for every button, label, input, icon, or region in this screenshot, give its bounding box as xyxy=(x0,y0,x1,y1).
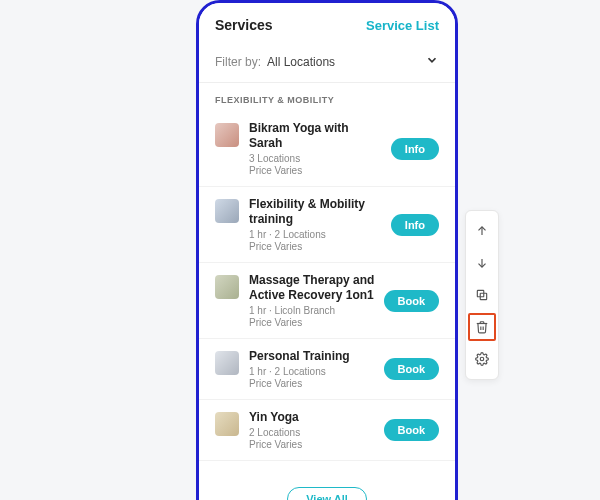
service-text: Personal Training 1 hr · 2 Locations Pri… xyxy=(249,349,378,389)
service-text: Bikram Yoga with Sarah 3 Locations Price… xyxy=(249,121,385,176)
service-title: Flexibility & Mobility training xyxy=(249,197,385,227)
list-footer: View All xyxy=(199,477,455,500)
app-screen: Services Service List Filter by: All Loc… xyxy=(199,3,455,500)
copy-icon xyxy=(475,288,489,302)
delete-button[interactable] xyxy=(466,311,498,343)
service-price: Price Varies xyxy=(249,241,385,252)
arrow-down-icon xyxy=(475,256,489,270)
services-list: Bikram Yoga with Sarah 3 Locations Price… xyxy=(199,111,455,477)
service-meta: 3 Locations xyxy=(249,153,385,164)
service-item: Personal Training 1 hr · 2 Locations Pri… xyxy=(199,339,455,400)
service-price: Price Varies xyxy=(249,378,378,389)
service-title: Massage Therapy and Active Recovery 1on1 xyxy=(249,273,378,303)
service-text: Massage Therapy and Active Recovery 1on1… xyxy=(249,273,378,328)
service-item: Bikram Yoga with Sarah 3 Locations Price… xyxy=(199,111,455,187)
service-thumbnail xyxy=(215,123,239,147)
service-thumbnail xyxy=(215,351,239,375)
book-button[interactable]: Book xyxy=(384,419,440,441)
filter-label: Filter by: xyxy=(215,55,261,69)
service-meta: 1 hr · 2 Locations xyxy=(249,366,378,377)
header: Services Service List xyxy=(199,3,455,43)
filter-dropdown[interactable]: Filter by: All Locations xyxy=(199,43,455,83)
svg-point-4 xyxy=(480,357,484,361)
move-up-button[interactable] xyxy=(466,215,498,247)
info-button[interactable]: Info xyxy=(391,138,439,160)
service-text: Flexibility & Mobility training 1 hr · 2… xyxy=(249,197,385,252)
side-toolbar xyxy=(465,210,499,380)
phone-frame: Services Service List Filter by: All Loc… xyxy=(196,0,458,500)
view-all-button[interactable]: View All xyxy=(287,487,367,500)
service-list-link[interactable]: Service List xyxy=(366,18,439,33)
service-thumbnail xyxy=(215,275,239,299)
service-thumbnail xyxy=(215,412,239,436)
trash-icon xyxy=(475,320,489,334)
book-button[interactable]: Book xyxy=(384,358,440,380)
info-button[interactable]: Info xyxy=(391,214,439,236)
service-meta: 1 hr · 2 Locations xyxy=(249,229,385,240)
filter-value: All Locations xyxy=(267,55,335,69)
service-price: Price Varies xyxy=(249,317,378,328)
service-title: Personal Training xyxy=(249,349,378,364)
service-item: Flexibility & Mobility training 1 hr · 2… xyxy=(199,187,455,263)
service-meta: 1 hr · Licoln Branch xyxy=(249,305,378,316)
service-item: Massage Therapy and Active Recovery 1on1… xyxy=(199,263,455,339)
move-down-button[interactable] xyxy=(466,247,498,279)
service-text: Yin Yoga 2 Locations Price Varies xyxy=(249,410,378,450)
service-thumbnail xyxy=(215,199,239,223)
service-price: Price Varies xyxy=(249,439,378,450)
service-title: Bikram Yoga with Sarah xyxy=(249,121,385,151)
arrow-up-icon xyxy=(475,224,489,238)
settings-button[interactable] xyxy=(466,343,498,375)
service-item: Yin Yoga 2 Locations Price Varies Book xyxy=(199,400,455,461)
service-meta: 2 Locations xyxy=(249,427,378,438)
service-price: Price Varies xyxy=(249,165,385,176)
chevron-down-icon xyxy=(425,53,439,70)
service-title: Yin Yoga xyxy=(249,410,378,425)
gear-icon xyxy=(475,352,489,366)
duplicate-button[interactable] xyxy=(466,279,498,311)
page-title: Services xyxy=(215,17,273,33)
section-title: FLEXIBILITY & MOBILITY xyxy=(199,83,455,111)
book-button[interactable]: Book xyxy=(384,290,440,312)
